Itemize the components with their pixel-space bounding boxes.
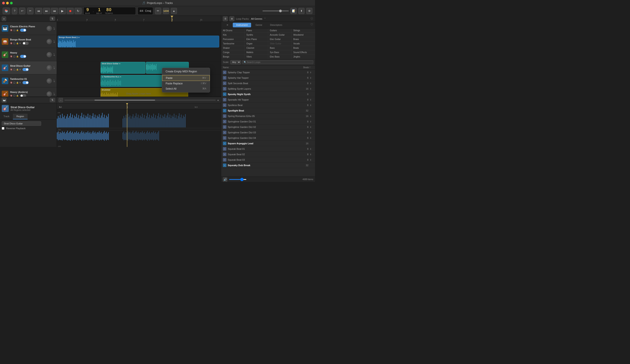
filter-brass[interactable]: Brass: [292, 37, 315, 41]
rewind-button[interactable]: ⏮: [35, 8, 42, 14]
library-button[interactable]: 📚: [2, 8, 10, 14]
lock-icon[interactable]: 🔒: [16, 81, 18, 84]
mute-icon[interactable]: 🔇: [10, 42, 12, 44]
solo-icon[interactable]: 🎧: [13, 95, 16, 97]
filter-shaker[interactable]: Shaker: [221, 46, 244, 50]
loop-list-item[interactable]: ≈Springtime Garden Dizi 028⬇: [221, 124, 315, 130]
track-header-tambourine[interactable]: 🪘 Tambourine 01 🔇 🎧 🔒 ⬇ LR: [0, 74, 57, 87]
undo-button[interactable]: ↩: [19, 8, 26, 14]
browser-list-view-button[interactable]: ☰: [223, 16, 228, 21]
maximize-button[interactable]: [10, 2, 13, 4]
track-toggle[interactable]: [20, 55, 26, 58]
sort-button[interactable]: ⇅: [50, 17, 55, 21]
loop-item-download-icon[interactable]: ⬇: [310, 88, 313, 90]
loop-list-item[interactable]: ≈Spooky Night Synth8: [221, 92, 315, 97]
tab-region[interactable]: Region: [13, 114, 28, 119]
loop-list-item[interactable]: ≈Springtime Garden Dizi 018⬇: [221, 119, 315, 124]
loop-list-item[interactable]: ≈Squeak Beat 028⬇: [221, 152, 315, 157]
help-button[interactable]: ?: [12, 8, 17, 14]
add-track-button[interactable]: +: [2, 17, 6, 21]
filter-percussion[interactable]: Percussion: [221, 37, 244, 41]
filter-slide-guitar[interactable]: Slide Guitar: [268, 41, 292, 46]
loop-list-item[interactable]: ≈Squeaky Dub Break32: [221, 163, 315, 168]
track-header-strat-disco-guitar[interactable]: 🎸 Strat Disco Guitar 🔇 🎧 🔒 ⬇ LR: [0, 61, 57, 74]
loop-item-download-icon[interactable]: ⬇: [310, 99, 313, 101]
filter-strings[interactable]: Strings: [292, 28, 315, 33]
solo-icon[interactable]: 🎧: [13, 29, 16, 31]
track-header-bongo-room-beat[interactable]: 🥁 Bongo Room Beat 🔇 🎧 🔒 ⬇ LR: [0, 35, 57, 48]
track-toggle[interactable]: [22, 68, 29, 71]
share-button[interactable]: ⬆: [298, 8, 304, 14]
editor-scroll-thumb[interactable]: [94, 100, 155, 101]
lock-icon[interactable]: 🔒: [16, 68, 18, 71]
track-volume-knob[interactable]: [46, 52, 52, 57]
loop-item-download-icon[interactable]: ⬇: [310, 82, 313, 85]
pencil-button[interactable]: ✏: [155, 8, 161, 14]
loop-list-item[interactable]: ≈Square Arpeggio Lead16: [221, 141, 315, 146]
browser-heart-button[interactable]: ♡: [310, 23, 313, 27]
loop-list-item[interactable]: ≈Springtime Garden Dizi 038⬇: [221, 130, 315, 135]
loop-list-item[interactable]: ≈Squeak Beat 018⬇: [221, 146, 315, 152]
lock-icon[interactable]: 🔒: [16, 42, 18, 44]
loop-item-download-icon[interactable]: ⬇: [310, 153, 313, 156]
filter-acoustic-guitar[interactable]: Acoustic Guitar: [268, 33, 292, 37]
editor-sort-button[interactable]: ⇅: [50, 98, 55, 102]
filter-piano[interactable]: Piano: [244, 28, 268, 33]
filter-clavinet[interactable]: Clavinet: [244, 46, 268, 50]
solo-icon[interactable]: 🎧: [13, 81, 16, 84]
filter-beats[interactable]: Beats: [292, 46, 315, 50]
context-menu-item-create-midi[interactable]: Create Empty MIDI Region: [162, 69, 210, 74]
record-button[interactable]: ⏺: [67, 8, 74, 14]
window-controls[interactable]: [2, 2, 13, 4]
browser-grid-view-button[interactable]: ⊞: [230, 16, 234, 21]
mute-icon[interactable]: 🔇: [10, 55, 12, 57]
skip-back-button[interactable]: ⏮: [51, 8, 58, 14]
midi-view-button[interactable]: 🎹: [2, 98, 6, 102]
solo-icon[interactable]: 🎧: [13, 42, 16, 44]
dl-icon[interactable]: ⬇: [19, 68, 21, 71]
lock-icon[interactable]: 🔒: [16, 95, 18, 97]
track-header-heavy[interactable]: 🎸 Heavy 🔇 🎧 🔒 LR: [0, 48, 57, 61]
filter-elec-bass[interactable]: Elec Bass: [268, 55, 292, 59]
loop-item-download-icon[interactable]: ⬇: [310, 71, 313, 74]
filter-syn-bass[interactable]: Syn Bass: [268, 50, 292, 55]
loop-item-download-icon[interactable]: ⬇: [310, 148, 313, 150]
loop-list-item[interactable]: ≈Splashy Clap Topper8⬇: [221, 70, 315, 75]
mute-icon[interactable]: 🔇: [10, 29, 12, 31]
loop-item-download-icon[interactable]: ⬇: [310, 77, 313, 79]
filter-conga[interactable]: Conga: [221, 50, 244, 55]
mute-icon[interactable]: 🔇: [10, 81, 12, 84]
scale-select[interactable]: Any: [230, 60, 241, 64]
filter-woodwind[interactable]: Woodwind: [292, 33, 315, 37]
track-volume-knob[interactable]: [46, 91, 52, 97]
loop-item-download-icon[interactable]: ⬇: [310, 104, 313, 106]
track-toggle[interactable]: [22, 42, 29, 45]
tab-genre[interactable]: Genre: [252, 23, 266, 27]
filter-guitars[interactable]: Guitars: [268, 28, 292, 33]
context-menu-item-paste[interactable]: Paste ⌘V: [162, 75, 210, 81]
close-button[interactable]: [2, 2, 5, 4]
context-menu-item-select-all[interactable]: Select All ⌘A: [162, 86, 210, 91]
tab-instrument[interactable]: Instrument: [233, 23, 251, 27]
solo-icon[interactable]: 🎧: [13, 55, 16, 57]
settings-button[interactable]: ⚙: [306, 8, 312, 14]
track-header-heavy-anders[interactable]: 🎸 Heavy (Anders) 🔇 🎧 🔒 LR: [0, 87, 57, 97]
loop-list-item[interactable]: ≈Splitting Synth Layers16⬇: [221, 86, 315, 92]
search-input[interactable]: [242, 60, 313, 64]
reverse-checkbox[interactable]: [2, 127, 4, 130]
loop-item-download-icon[interactable]: ⬇: [310, 120, 313, 123]
cut-button[interactable]: ✂: [27, 8, 34, 14]
clip-strat1[interactable]: Strat Disco Guitar ∞: [100, 62, 146, 74]
filter-synths[interactable]: Synths: [244, 33, 268, 37]
loop-list-item[interactable]: ≈Spotless Beat8⬇: [221, 102, 315, 108]
context-menu-item-paste-replace[interactable]: Paste Replace ⇧⌘V: [162, 81, 210, 86]
filter-all-drums[interactable]: All Drums: [221, 28, 244, 33]
metronome-button[interactable]: ▲: [171, 8, 177, 14]
track-volume-knob[interactable]: [46, 78, 52, 83]
filter-sound-effects[interactable]: Sound Effects: [292, 50, 315, 55]
loop-item-download-icon[interactable]: ⬇: [310, 115, 313, 117]
track-toggle[interactable]: [20, 29, 26, 32]
track-header-classic-electric-piano[interactable]: 🎹 Classic Electric Piano 🔇 🎧 🔒 LR: [0, 22, 57, 35]
tab-descriptors[interactable]: Descriptors: [267, 23, 286, 27]
clip-bongo[interactable]: Bongo Room Beat.1 ∞: [58, 36, 219, 47]
